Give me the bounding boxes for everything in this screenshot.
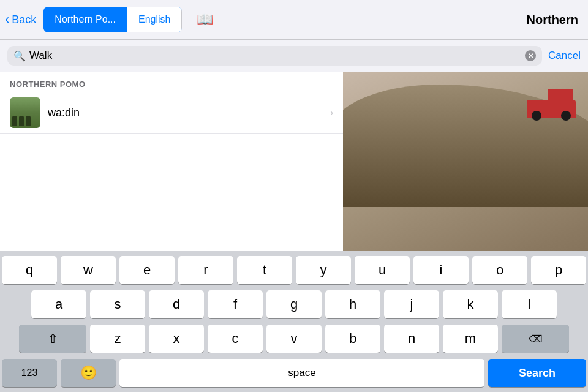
truck-wheel-right <box>561 111 571 121</box>
search-input[interactable] <box>29 50 521 62</box>
book-icon: 📖 <box>197 12 213 28</box>
key-v[interactable]: v <box>266 325 322 353</box>
key-f[interactable]: f <box>208 290 263 318</box>
autocomplete-arrow-icon: › <box>330 107 333 118</box>
keyboard-rows: q w e r t y u i o p a s d f g h j k l ⇧ … <box>0 251 588 353</box>
search-key[interactable]: Search <box>488 359 586 387</box>
key-l[interactable]: l <box>502 290 557 318</box>
key-k[interactable]: k <box>443 290 498 318</box>
word-thumbnail <box>10 97 40 128</box>
key-z[interactable]: z <box>90 325 145 353</box>
emoji-icon: 🙂 <box>80 365 97 381</box>
key-w[interactable]: w <box>61 256 116 284</box>
search-input-wrapper: 🔍 ✕ <box>7 46 542 66</box>
key-x[interactable]: x <box>149 325 204 353</box>
key-d[interactable]: d <box>149 290 204 318</box>
top-nav: ‹ Back Northern Po... English 📖 Northern <box>0 0 588 40</box>
key-t[interactable]: t <box>237 256 292 284</box>
key-i[interactable]: i <box>413 256 469 284</box>
section-header: NORTHERN POMO <box>0 72 343 92</box>
search-icon: 🔍 <box>13 50 26 62</box>
right-panel-title: Northern <box>223 13 588 27</box>
key-123[interactable]: 123 <box>2 359 57 387</box>
cancel-button[interactable]: Cancel <box>548 50 581 62</box>
key-g[interactable]: g <box>266 290 322 318</box>
key-r[interactable]: r <box>178 256 233 284</box>
truck-wheel-left <box>532 111 541 121</box>
book-icon-button[interactable]: 📖 <box>187 0 223 39</box>
word-text: wa:din <box>48 107 80 119</box>
key-q[interactable]: q <box>2 256 57 284</box>
list-item[interactable]: wa:din › <box>0 92 343 134</box>
tab-northern-pomo[interactable]: Northern Po... <box>43 7 127 32</box>
key-n[interactable]: n <box>384 325 439 353</box>
truck-shape <box>527 91 576 118</box>
key-o[interactable]: o <box>472 256 527 284</box>
bottom-row: 123 🙂 space Search <box>0 359 588 392</box>
key-a[interactable]: a <box>31 290 86 318</box>
clear-button[interactable]: ✕ <box>525 50 536 61</box>
key-m[interactable]: m <box>443 325 498 353</box>
key-b[interactable]: b <box>325 325 380 353</box>
space-key[interactable]: space <box>119 359 484 387</box>
emoji-key[interactable]: 🙂 <box>61 359 116 387</box>
truck-body <box>527 100 576 118</box>
key-row-3: ⇧ z x c v b n m ⌫ <box>2 325 586 353</box>
key-e[interactable]: e <box>119 256 175 284</box>
delete-key[interactable]: ⌫ <box>502 325 569 353</box>
key-p[interactable]: p <box>531 256 586 284</box>
key-row-1: q w e r t y u i o p <box>2 256 586 284</box>
search-bar: 🔍 ✕ Cancel <box>0 40 588 72</box>
tab-english[interactable]: English <box>127 7 182 32</box>
key-y[interactable]: y <box>296 256 351 284</box>
shift-key[interactable]: ⇧ <box>19 325 86 353</box>
back-button[interactable]: ‹ Back <box>0 0 43 39</box>
back-label: Back <box>12 13 36 26</box>
key-c[interactable]: c <box>208 325 263 353</box>
language-tabs: Northern Po... English <box>43 7 182 32</box>
keyboard: q w e r t y u i o p a s d f g h j k l ⇧ … <box>0 251 588 392</box>
key-s[interactable]: s <box>90 290 145 318</box>
truck-cab <box>548 89 573 101</box>
key-row-2: a s d f g h j k l <box>2 290 586 318</box>
back-chevron-icon: ‹ <box>5 12 9 28</box>
key-j[interactable]: j <box>384 290 439 318</box>
key-u[interactable]: u <box>355 256 410 284</box>
key-h[interactable]: h <box>325 290 380 318</box>
